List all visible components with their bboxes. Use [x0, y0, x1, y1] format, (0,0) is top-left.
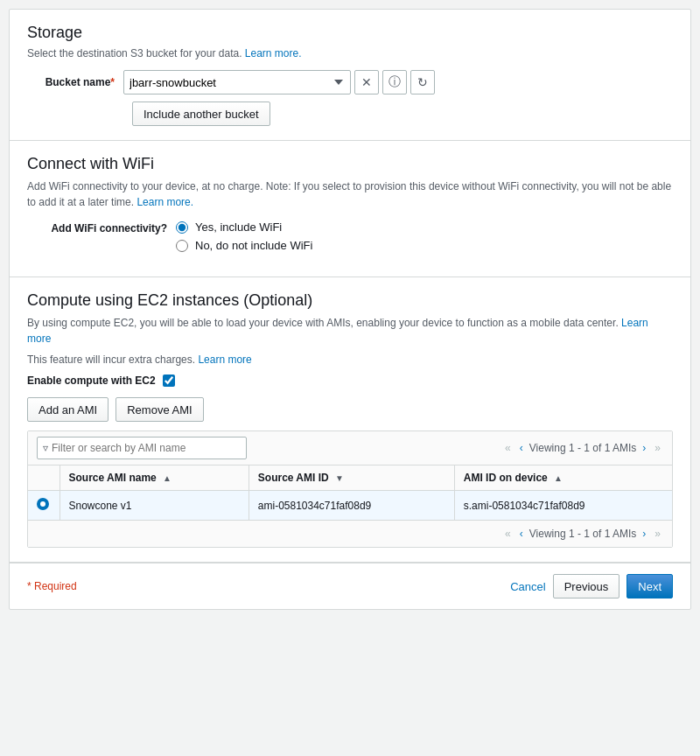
enable-compute-row: Enable compute with EC2 — [27, 374, 673, 387]
pg-text-top: Viewing 1 - 1 of 1 AMIs — [529, 442, 637, 454]
pg-first-bottom[interactable]: « — [502, 526, 514, 542]
filter-icon: ▿ — [43, 442, 48, 454]
bucket-name-row: Bucket name* jbarr-snowbucket ✕ ⓘ ↻ — [27, 70, 673, 94]
compute-charge: This feature will incur extra charges. L… — [27, 354, 673, 366]
table-row[interactable]: Snowcone v1 ami-0581034c71faf08d9 s.ami-… — [28, 491, 672, 521]
search-input[interactable] — [52, 442, 241, 454]
wifi-radio-group: Yes, include WiFi No, do not include WiF… — [176, 220, 312, 257]
bucket-label: Bucket name* — [27, 76, 123, 88]
col-source-name: Source AMI name ▲ — [60, 466, 248, 491]
footer-required: * Required — [27, 580, 77, 592]
ami-table: Source AMI name ▲ Source AMI ID ▼ AMI ID… — [28, 466, 672, 520]
row-device-id-cell: s.ami-0581034c71faf08d9 — [454, 491, 672, 521]
table-toolbar-bottom: « ‹ Viewing 1 - 1 of 1 AMIs › » — [28, 520, 672, 547]
wifi-no-radio[interactable] — [176, 240, 188, 252]
row-name-cell: Snowcone v1 — [60, 491, 248, 521]
ami-table-head: Source AMI name ▲ Source AMI ID ▼ AMI ID… — [28, 466, 672, 491]
table-toolbar-top: ▿ « ‹ Viewing 1 - 1 of 1 AMIs › » — [28, 431, 672, 466]
compute-desc: By using compute EC2, you will be able t… — [27, 315, 673, 346]
remove-ami-btn[interactable]: Remove AMI — [116, 397, 203, 422]
ami-table-header-row: Source AMI name ▲ Source AMI ID ▼ AMI ID… — [28, 466, 672, 491]
footer-actions: Cancel Previous Next — [510, 574, 673, 598]
storage-learn-more-link[interactable]: Learn more. — [245, 47, 302, 60]
wifi-learn-more-link[interactable]: Learn more. — [136, 196, 193, 208]
enable-compute-checkbox[interactable] — [163, 374, 175, 387]
wifi-no-row: No, do not include WiFi — [176, 239, 312, 252]
pg-last-top[interactable]: » — [652, 440, 663, 456]
storage-section: Storage Select the destination S3 bucket… — [10, 10, 690, 141]
row-source-id-cell: ami-0581034c71faf08d9 — [248, 491, 454, 521]
wifi-section: Connect with WiFi Add WiFi connectivity … — [10, 141, 690, 277]
wifi-yes-row: Yes, include WiFi — [176, 220, 312, 234]
col-select — [28, 466, 60, 491]
pg-next-top[interactable]: › — [640, 440, 648, 456]
ami-table-body: Snowcone v1 ami-0581034c71faf08d9 s.ami-… — [28, 491, 672, 521]
pg-prev-bottom[interactable]: ‹ — [517, 526, 526, 542]
wifi-question-label: Add WiFi connectivity? — [27, 220, 176, 234]
row-radio-selected — [37, 498, 49, 510]
compute-title: Compute using EC2 instances (Optional) — [27, 291, 673, 310]
pg-text-bottom: Viewing 1 - 1 of 1 AMIs — [529, 528, 637, 540]
add-ami-btn[interactable]: Add an AMI — [27, 397, 108, 422]
pg-last-bottom[interactable]: » — [652, 526, 663, 542]
pg-first-top[interactable]: « — [502, 440, 514, 456]
pg-next-bottom[interactable]: › — [640, 526, 648, 542]
enable-compute-label: Enable compute with EC2 — [27, 374, 156, 387]
col-device-id: AMI ID on device ▲ — [454, 466, 672, 491]
cancel-link[interactable]: Cancel — [510, 580, 545, 593]
row-select-cell — [28, 491, 60, 521]
next-btn[interactable]: Next — [626, 574, 673, 598]
pg-prev-top[interactable]: ‹ — [517, 440, 526, 456]
pagination-bottom: « ‹ Viewing 1 - 1 of 1 AMIs › » — [502, 526, 663, 542]
include-bucket-area: Include another bucket — [132, 102, 673, 126]
include-bucket-btn[interactable]: Include another bucket — [132, 102, 270, 126]
ami-actions: Add an AMI Remove AMI — [27, 397, 673, 422]
wifi-question-row: Add WiFi connectivity? Yes, include WiFi… — [27, 220, 673, 257]
previous-btn[interactable]: Previous — [553, 574, 620, 598]
required-label: Required — [34, 580, 77, 592]
bucket-select[interactable]: jbarr-snowbucket — [123, 70, 351, 94]
bucket-clear-btn[interactable]: ✕ — [354, 70, 379, 94]
wifi-desc: Add WiFi connectivity to your device, at… — [27, 178, 673, 210]
storage-desc: Select the destination S3 bucket for you… — [27, 47, 673, 60]
search-box: ▿ — [37, 437, 247, 459]
col-source-id: Source AMI ID ▼ — [248, 466, 454, 491]
compute-section: Compute using EC2 instances (Optional) B… — [10, 277, 690, 563]
ami-table-wrapper: ▿ « ‹ Viewing 1 - 1 of 1 AMIs › » — [27, 430, 673, 548]
bucket-refresh-btn[interactable]: ↻ — [410, 70, 435, 94]
storage-title: Storage — [27, 24, 673, 42]
sort-device-icon: ▲ — [554, 473, 563, 483]
wifi-no-label: No, do not include WiFi — [195, 239, 312, 252]
pagination-top: « ‹ Viewing 1 - 1 of 1 AMIs › » — [502, 440, 663, 456]
compute-learn-more2-link[interactable]: Learn more — [198, 354, 251, 366]
page-wrapper: Storage Select the destination S3 bucket… — [9, 9, 691, 610]
sort-id-icon: ▼ — [335, 473, 344, 483]
page-footer: * Required Cancel Previous Next — [10, 563, 690, 609]
bucket-info-btn[interactable]: ⓘ — [382, 70, 407, 94]
bucket-controls: jbarr-snowbucket ✕ ⓘ ↻ — [123, 70, 435, 94]
sort-name-icon: ▲ — [163, 473, 172, 483]
wifi-yes-label: Yes, include WiFi — [195, 220, 282, 234]
wifi-title: Connect with WiFi — [27, 155, 673, 173]
wifi-yes-radio[interactable] — [176, 221, 188, 234]
